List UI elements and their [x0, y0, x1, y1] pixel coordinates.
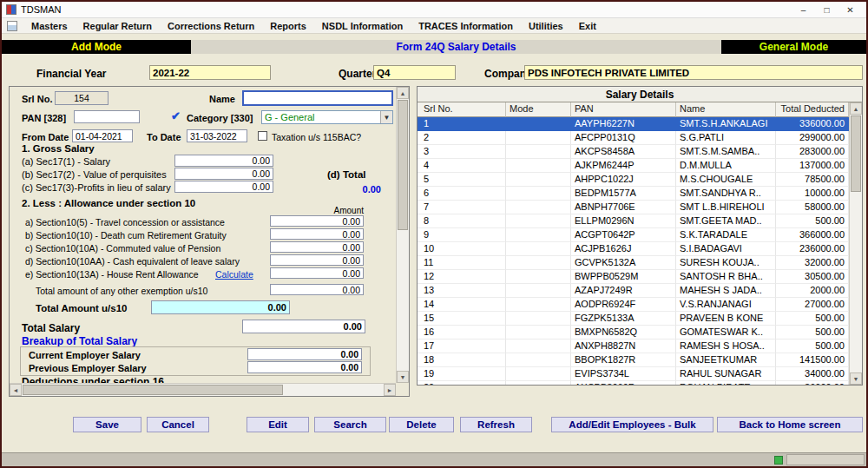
menu-corrections-return[interactable]: Corrections Return	[160, 21, 262, 31]
to-date-label: To Date	[147, 132, 181, 142]
salary-row-18[interactable]: 18BBOPK1827RSANJEETKUMAR141500.00	[418, 353, 849, 367]
gross-row-input[interactable]	[174, 168, 273, 180]
allowance-row-input[interactable]	[270, 267, 364, 279]
table-vertical-scrollbar[interactable]: ▲ ▼	[849, 102, 862, 385]
company-input[interactable]	[524, 65, 863, 80]
add-edit-employees-bulk-button[interactable]: Add/Edit Employees - Bulk	[551, 417, 713, 432]
salary-row-11[interactable]: 11GCVPK5132ASURESH KOUJA..32000.00	[418, 256, 849, 270]
allowance-row-input[interactable]	[270, 215, 364, 227]
save-button[interactable]: Save	[73, 417, 141, 432]
cell-mode	[506, 242, 571, 256]
cancel-button[interactable]: Cancel	[147, 417, 209, 432]
column-header-total-deducted[interactable]: Total Deducted	[776, 102, 849, 117]
menu-utilities[interactable]: Utilities	[521, 21, 571, 31]
edit-button[interactable]: Edit	[247, 417, 309, 432]
salary-row-6[interactable]: 6BEDPM1577ASMT.SANDHYA R..10000.00	[418, 187, 849, 201]
salary-row-12[interactable]: 12BWPPB0529MSANTOSH R BHA..30500.00	[418, 270, 849, 284]
quarter-input[interactable]	[373, 65, 456, 80]
salary-row-8[interactable]: 8ELLPM0296NSMT.GEETA MAD..500.00	[418, 214, 849, 228]
menu-exit[interactable]: Exit	[571, 21, 604, 31]
menu-traces-information[interactable]: TRACES Information	[411, 21, 521, 31]
scroll-down-icon[interactable]: ▼	[397, 371, 409, 383]
salary-details-title: Salary Details	[418, 87, 862, 102]
total-salary-input[interactable]	[242, 320, 365, 333]
maximize-icon[interactable]: □	[815, 3, 838, 17]
delete-button[interactable]: Delete	[389, 417, 454, 432]
cell-pan: AHPPC1022J	[571, 173, 676, 187]
salary-row-3[interactable]: 3AKCPS8458ASMT.S.M.SAMBA..283000.00	[418, 145, 849, 159]
salary-row-19[interactable]: 19EVIPS3734LRAHUL SUNAGAR34000.00	[418, 367, 849, 381]
minimize-icon[interactable]: –	[792, 3, 815, 17]
allowance-row-input[interactable]	[270, 228, 364, 240]
menu-reports[interactable]: Reports	[262, 21, 314, 31]
column-header-srl-no[interactable]: Srl No.	[418, 102, 506, 117]
salary-row-5[interactable]: 5AHPPC1022JM.S.CHOUGALE78500.00	[418, 173, 849, 187]
salary-row-10[interactable]: 10ACJPB1626JS.I.BADAGAVI236000.00	[418, 242, 849, 256]
cell-total: 500.00	[776, 339, 849, 353]
salary-row-9[interactable]: 9ACGPT0642PS.K.TARADALE366000.00	[418, 228, 849, 242]
to-date-input[interactable]	[187, 129, 247, 142]
salary-row-14[interactable]: 14AODPR6924FV.S.RANJANAGI27000.00	[418, 298, 849, 312]
total-salary-label: Total Salary	[22, 322, 80, 334]
table-vscroll-thumb[interactable]	[851, 115, 861, 192]
calculate-link[interactable]: Calculate	[215, 269, 253, 280]
form-hscroll-thumb[interactable]	[23, 385, 283, 395]
salary-row-4[interactable]: 4AJKPM6244PD.M.MULLA137000.00	[418, 159, 849, 173]
cell-total: 137000.00	[776, 159, 849, 173]
pan-input[interactable]	[74, 110, 140, 123]
category-select[interactable]: G - General ▼	[261, 110, 393, 124]
financial-year-input[interactable]	[149, 65, 271, 80]
close-icon[interactable]: ✕	[838, 3, 862, 17]
cell-srl: 16	[418, 326, 506, 339]
gross-row-input[interactable]	[174, 155, 273, 167]
form-vscroll-thumb[interactable]	[398, 100, 408, 230]
gross-row-input[interactable]	[174, 181, 273, 193]
scroll-up-icon[interactable]: ▲	[397, 87, 409, 99]
cell-mode	[506, 312, 571, 326]
salary-row-2[interactable]: 2AFCPP0131QS.G.PATLI299000.00	[418, 131, 849, 145]
cell-srl: 7	[418, 201, 506, 214]
allowance-row-input[interactable]	[270, 254, 364, 266]
form-vertical-scrollbar[interactable]: ▲ ▼	[396, 87, 409, 383]
pan-verify-check-icon[interactable]: ✔	[171, 110, 181, 122]
previous-employer-input[interactable]	[247, 361, 362, 373]
name-input[interactable]	[242, 90, 393, 106]
srl-no-input[interactable]	[55, 91, 108, 105]
salary-row-1[interactable]: 1AAYPH6227NSMT.S.H.ANKALAGI336000.00	[418, 117, 849, 131]
back-to-home-screen-button[interactable]: Back to Home screen	[717, 417, 863, 432]
scroll-down-icon[interactable]: ▼	[850, 372, 862, 385]
refresh-button[interactable]: Refresh	[460, 417, 532, 432]
cell-total: 141500.00	[776, 353, 849, 367]
scroll-up-icon[interactable]: ▲	[850, 102, 862, 115]
current-employer-input[interactable]	[247, 348, 362, 360]
salary-row-7[interactable]: 7ABNPH7706ESMT L.B.HIREHOLI58000.00	[418, 201, 849, 214]
cell-total: 500.00	[776, 214, 849, 228]
column-header-mode[interactable]: Mode	[506, 102, 571, 117]
form-grid-icon[interactable]	[7, 21, 17, 31]
scroll-right-icon[interactable]: ►	[384, 384, 396, 396]
menu-nsdl-information[interactable]: NSDL Information	[314, 21, 411, 31]
column-header-pan[interactable]: PAN	[571, 102, 676, 117]
cell-name: RAMESH S HOSA..	[676, 339, 776, 353]
salary-row-16[interactable]: 16BMXPN6582QGOMATESWAR K..500.00	[418, 326, 849, 339]
cell-mode	[506, 228, 571, 242]
salary-row-17[interactable]: 17ANXPH8827NRAMESH S HOSA..500.00	[418, 339, 849, 353]
search-button[interactable]: Search	[314, 417, 386, 432]
menu-regular-return[interactable]: Regular Return	[76, 21, 160, 31]
cell-pan: ANXPH8827N	[571, 339, 676, 353]
from-date-input[interactable]	[72, 129, 133, 142]
taxation-115bac-checkbox[interactable]	[258, 131, 267, 141]
allowance-row-input[interactable]	[270, 284, 364, 295]
scroll-left-icon[interactable]: ◄	[10, 384, 22, 396]
menu-masters[interactable]: Masters	[23, 21, 76, 31]
salary-row-15[interactable]: 15FGZPK5133APRAVEEN B KONE500.00	[418, 312, 849, 326]
form-horizontal-scrollbar[interactable]: ◄ ►	[10, 383, 396, 396]
salary-row-20[interactable]: 20AXCPB3069RROHAN PIRATE36000.00	[418, 381, 849, 385]
cell-name: RAHUL SUNAGAR	[676, 367, 776, 381]
allowance-total-input[interactable]	[151, 300, 290, 314]
allowance-row-input[interactable]	[270, 241, 364, 253]
chevron-down-icon[interactable]: ▼	[380, 111, 392, 123]
cell-srl: 3	[418, 145, 506, 159]
column-header-name[interactable]: Name	[676, 102, 776, 117]
salary-row-13[interactable]: 13AZAPJ7249RMAHESH S JADA..2000.00	[418, 284, 849, 298]
